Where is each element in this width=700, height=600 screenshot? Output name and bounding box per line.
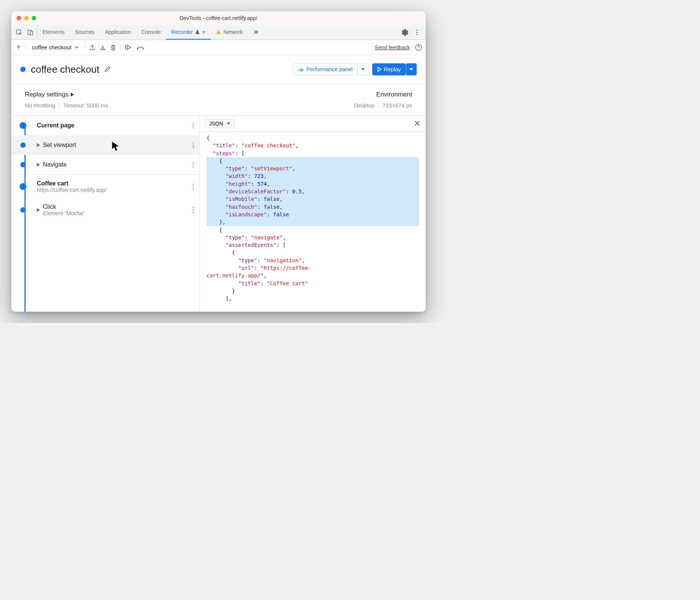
expand-icon[interactable] [37, 163, 40, 167]
flask-icon [195, 30, 200, 34]
device-toggle-icon[interactable] [27, 29, 34, 36]
throttling-value: No throttling [25, 102, 55, 109]
step-menu-icon[interactable] [191, 121, 196, 130]
timeout-value: Timeout: 5000 ms [63, 102, 109, 109]
settings-row: Replay settings No throttling Timeout: 5… [11, 84, 426, 116]
svg-rect-3 [218, 31, 219, 33]
recording-dropdown[interactable]: coffee checkout [30, 43, 81, 52]
window-title: DevTools - coffee-cart.netlify.app/ [11, 15, 426, 21]
chevron-right-double-icon [253, 29, 258, 35]
chevron-down-icon [75, 46, 79, 49]
gauge-icon [298, 66, 304, 72]
device-value: Desktop [354, 102, 374, 109]
triangle-right-icon [71, 93, 74, 96]
svg-rect-8 [125, 45, 126, 50]
tab-network[interactable]: Network [211, 25, 248, 40]
window-titlebar: DevTools - coffee-cart.netlify.app/ [11, 11, 426, 25]
timeline-step-set-viewport[interactable]: Set viewport [11, 135, 199, 155]
svg-point-17 [193, 144, 194, 145]
svg-point-12 [301, 71, 302, 72]
step-menu-icon[interactable] [191, 182, 196, 191]
code-panel: JSON ✕ { "title": "coffee checkout", "st… [200, 116, 426, 312]
settings-gear-icon[interactable] [402, 29, 408, 36]
step-icon[interactable] [137, 44, 145, 51]
inspect-icon[interactable] [16, 29, 23, 36]
format-select[interactable]: JSON [205, 119, 234, 128]
performance-dropdown-caret[interactable] [358, 63, 368, 75]
svg-point-15 [193, 127, 194, 128]
recording-title: coffee checkout [31, 64, 99, 75]
expand-icon[interactable] [37, 143, 40, 147]
edit-name-icon[interactable] [104, 66, 111, 73]
svg-rect-4 [218, 33, 219, 34]
tab-elements[interactable]: Elements [37, 25, 70, 40]
timeline-step-current-page[interactable]: Current page [11, 116, 199, 135]
code-viewer[interactable]: { "title": "coffee checkout", "steps": [… [200, 132, 426, 312]
replay-dropdown-caret[interactable] [406, 63, 417, 75]
environment-title: Environment [219, 91, 412, 98]
caret-down-icon [227, 122, 230, 125]
svg-point-5 [416, 29, 417, 31]
svg-point-7 [416, 34, 417, 35]
svg-point-25 [193, 207, 194, 208]
close-tab-icon[interactable]: × [202, 29, 205, 35]
send-feedback-link[interactable]: Send feedback [375, 44, 410, 51]
timeline-step-navigate[interactable]: Navigate [11, 155, 199, 174]
svg-point-13 [193, 122, 194, 124]
continue-icon[interactable] [125, 44, 133, 51]
performance-panel-button[interactable]: Performance panel [293, 63, 368, 75]
cursor-pointer-icon [111, 141, 121, 152]
svg-point-9 [137, 48, 138, 49]
delete-icon[interactable] [110, 44, 117, 51]
import-icon[interactable] [99, 44, 106, 51]
add-recording-button[interactable]: + [15, 44, 22, 51]
devtools-window: DevTools - coffee-cart.netlify.app/ Elem… [11, 11, 426, 312]
expand-icon[interactable] [37, 208, 40, 212]
warning-icon [216, 29, 221, 35]
step-menu-icon[interactable] [191, 160, 196, 169]
help-icon[interactable] [415, 44, 422, 51]
svg-point-21 [193, 166, 194, 167]
status-dot [20, 67, 26, 72]
svg-point-11 [418, 49, 419, 49]
step-menu-icon[interactable] [191, 141, 196, 150]
caret-down-icon [361, 68, 365, 70]
timeline-step-page-coffee-cart[interactable]: Coffee cart https://coffee-cart.netlify.… [11, 175, 199, 198]
svg-point-16 [193, 142, 194, 143]
export-icon[interactable] [89, 44, 96, 51]
replay-settings-toggle[interactable]: Replay settings [25, 91, 219, 98]
svg-point-22 [193, 184, 194, 185]
tab-application[interactable]: Application [100, 25, 136, 40]
body-split: Current page Set viewport Navigate [11, 116, 426, 312]
recorder-toolbar: + coffee checkout Send feedback [11, 40, 426, 55]
tab-sources[interactable]: Sources [70, 25, 99, 40]
svg-point-19 [193, 162, 194, 163]
close-panel-icon[interactable]: ✕ [414, 119, 420, 129]
caret-down-icon [410, 68, 413, 70]
dimensions-value: 723×574 px [382, 102, 412, 109]
svg-point-27 [193, 211, 194, 213]
timeline-step-click[interactable]: Click Element "Mocha" [11, 198, 199, 222]
svg-rect-2 [30, 31, 33, 35]
play-icon [377, 67, 382, 72]
svg-point-6 [416, 32, 417, 33]
replay-button[interactable]: Replay [372, 63, 417, 75]
recording-header: coffee checkout Performance panel Replay [11, 55, 426, 84]
svg-point-18 [193, 147, 194, 148]
svg-point-14 [193, 125, 194, 126]
svg-point-24 [193, 188, 194, 189]
svg-point-26 [193, 209, 194, 210]
tab-recorder[interactable]: Recorder × [166, 25, 211, 40]
more-tabs-button[interactable] [248, 25, 264, 40]
tab-console[interactable]: Console [136, 25, 166, 40]
svg-point-20 [193, 164, 194, 165]
timeline-panel: Current page Set viewport Navigate [11, 116, 200, 312]
step-menu-icon[interactable] [191, 205, 196, 214]
kebab-menu-icon[interactable] [414, 29, 420, 36]
devtools-tabbar: Elements Sources Application Console Rec… [11, 25, 426, 40]
svg-point-23 [193, 186, 194, 187]
